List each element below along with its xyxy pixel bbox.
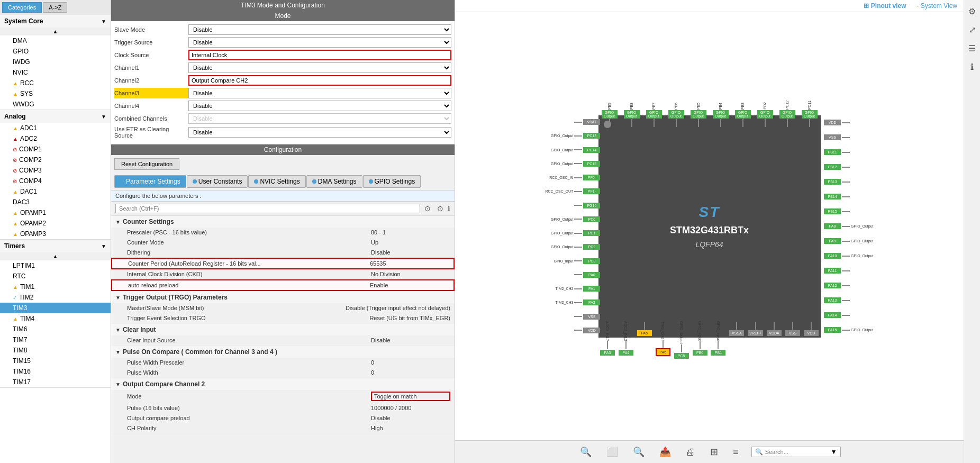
mode-select-etr[interactable]: Disable xyxy=(188,127,451,138)
scroll-up-btn[interactable]: ▲ xyxy=(0,28,111,35)
sidebar-item-nvic[interactable]: NVIC xyxy=(0,67,111,78)
settings-icon[interactable]: ⚙ xyxy=(966,4,978,19)
tab-label: Parameter Settings xyxy=(126,178,180,185)
expand-icon[interactable]: ⤢ xyxy=(967,23,978,37)
sidebar-item-tim16[interactable]: TIM16 xyxy=(0,366,111,377)
mode-label-slave: Slave Mode xyxy=(114,26,188,33)
sidebar-item-tim6[interactable]: TIM6 xyxy=(0,324,111,334)
grid-button[interactable]: ⊞ xyxy=(708,444,720,460)
tab-gpio-settings[interactable]: GPIO Settings xyxy=(363,175,421,188)
info-side-icon[interactable]: ℹ xyxy=(968,60,976,74)
sidebar-item-dac1[interactable]: ▲DAC1 xyxy=(0,186,111,197)
tab-parameter-settings[interactable]: Parameter Settings xyxy=(114,175,186,188)
sidebar-item-comp1[interactable]: ⊘COMP1 xyxy=(0,144,111,155)
sidebar-item-opamp3[interactable]: ▲OPAMP3 xyxy=(0,229,111,239)
clock-source-input[interactable] xyxy=(188,50,451,60)
pin-box: VSS xyxy=(583,314,600,320)
layers-icon[interactable]: ☰ xyxy=(966,41,978,56)
pulse-label: Pulse On Compare ( Common for Channel 3 … xyxy=(123,348,277,356)
sidebar-item-rtc[interactable]: RTC xyxy=(0,271,111,282)
sidebar-item-dma[interactable]: DMA xyxy=(0,35,111,46)
sidebar-item-tim15[interactable]: TIM15 xyxy=(0,356,111,366)
pin-line xyxy=(574,247,582,248)
section-analog-header[interactable]: Analog ▼ xyxy=(0,110,111,123)
zoom-in-button[interactable]: 🔍 xyxy=(578,444,594,460)
pin-pb9: GPIOOutputPB9 xyxy=(602,101,618,128)
sidebar-item-tim3[interactable]: TIM3 xyxy=(0,303,111,313)
tab-nvic-settings[interactable]: NVIC Settings xyxy=(248,175,305,188)
sidebar-item-tim17[interactable]: TIM17 xyxy=(0,377,111,387)
oc2-header[interactable]: ▼ Output Compare Channel 2 xyxy=(111,378,455,390)
mode-select-trigger[interactable]: Disable xyxy=(188,37,451,48)
search-prev-icon[interactable]: ⊙ xyxy=(422,204,433,213)
sidebar-item-opamp2[interactable]: ▲OPAMP2 xyxy=(0,218,111,229)
sidebar-item-tim8[interactable]: TIM8 xyxy=(0,345,111,356)
timers-scroll-up[interactable]: ▲ xyxy=(0,252,111,260)
sidebar-item-comp4[interactable]: ⊘COMP4 xyxy=(0,176,111,186)
sidebar-item-tim2[interactable]: ✓TIM2 xyxy=(0,292,111,303)
sidebar-item-tim4[interactable]: ▲TIM4 xyxy=(0,313,111,324)
mode-select-ch3[interactable]: Disable xyxy=(188,88,451,98)
sidebar-item-iwdg[interactable]: IWDG xyxy=(0,57,111,67)
counter-settings-header[interactable]: ▼ Counter Settings xyxy=(111,216,455,228)
pinout-search-input[interactable] xyxy=(765,449,829,455)
sidebar-item-comp3[interactable]: ⊘COMP3 xyxy=(0,165,111,176)
sidebar-item-adc2[interactable]: ▲ADC2 xyxy=(0,133,111,144)
trgo-header[interactable]: ▼ Trigger Output (TRGO) Parameters xyxy=(111,292,455,303)
tab-atoz[interactable]: A->Z xyxy=(43,2,67,13)
sidebar-item-wwdg[interactable]: WWDG xyxy=(0,99,111,110)
dropdown-icon[interactable]: ▼ xyxy=(831,448,837,456)
mode-select-ch1[interactable]: Disable xyxy=(188,62,451,73)
section-timers-header[interactable]: Timers ▼ xyxy=(0,240,111,252)
ch2-input[interactable] xyxy=(188,75,451,86)
sidebar-item-sys[interactable]: ▲SYS xyxy=(0,88,111,99)
section-system-core-header[interactable]: System Core ▼ xyxy=(0,15,111,28)
sidebar-item-tim7[interactable]: TIM7 xyxy=(0,334,111,345)
fit-view-button[interactable]: ⬜ xyxy=(604,444,620,460)
param-name: Dithering xyxy=(127,249,371,256)
pin-label: ADC2_IN13 xyxy=(624,321,628,341)
pin-line xyxy=(574,316,582,317)
export-button[interactable]: 📤 xyxy=(657,444,673,460)
search-next-icon[interactable]: ⊙ xyxy=(435,204,446,213)
system-view-btn[interactable]: - System View xyxy=(917,2,957,10)
sidebar-item-tim1[interactable]: ▲TIM1 xyxy=(0,282,111,292)
mode-select-slave[interactable]: Disable xyxy=(188,24,451,35)
param-name: CH Polarity xyxy=(127,425,371,431)
sidebar-item-lptim1[interactable]: LPTIM1 xyxy=(0,260,111,271)
mode-select-ch4[interactable]: Disable xyxy=(188,101,451,111)
pin-pb3: GPIOOutputPB3 xyxy=(735,101,751,128)
pulse-header[interactable]: ▼ Pulse On Compare ( Common for Channel … xyxy=(111,346,455,358)
tab-dma-settings[interactable]: DMA Settings xyxy=(306,175,362,188)
pin-line xyxy=(574,288,582,289)
chevron-down-icon: ▼ xyxy=(101,243,106,249)
reset-config-button[interactable]: Reset Configuration xyxy=(114,158,179,170)
print-button[interactable]: 🖨 xyxy=(684,444,697,460)
chip-logo: ST xyxy=(699,204,720,221)
search-icon: 🔍 xyxy=(755,448,763,456)
pin-pc15: GPIO_Output PC15 xyxy=(551,161,600,167)
pin-box: PB11 xyxy=(824,149,841,155)
sidebar-item-adc1[interactable]: ▲ADC1 xyxy=(0,123,111,133)
pin-line xyxy=(574,135,582,137)
search-input[interactable] xyxy=(115,204,420,213)
layout-button[interactable]: ≡ xyxy=(731,444,741,460)
info-icon: ℹ xyxy=(448,205,450,212)
param-tree: ▼ Counter Settings Prescaler (PSC - 16 b… xyxy=(111,216,455,434)
zoom-out-button[interactable]: 🔍 xyxy=(631,444,647,460)
side-icon-bar: ⚙ ⤢ ☰ ℹ xyxy=(964,0,980,463)
tab-user-constants[interactable]: User Constants xyxy=(187,175,248,188)
sidebar-item-comp2[interactable]: ⊘COMP2 xyxy=(0,155,111,165)
pinout-view-btn[interactable]: ⊞ Pinout view xyxy=(864,2,906,10)
clear-input-header[interactable]: ▼ Clear Input xyxy=(111,324,455,335)
sidebar-item-dac3[interactable]: DAC3 xyxy=(0,197,111,207)
pin-line xyxy=(765,119,766,127)
tab-categories[interactable]: Categories xyxy=(2,2,42,13)
sidebar-item-gpio[interactable]: GPIO xyxy=(0,46,111,57)
sidebar-item-rcc[interactable]: ▲RCC xyxy=(0,78,111,88)
sidebar-item-opamp1[interactable]: ▲OPAMP1 xyxy=(0,207,111,218)
pin-pa2: TIM2_CH3 PA2 xyxy=(556,299,601,305)
pin-box: PB14 xyxy=(824,194,841,199)
param-value: High xyxy=(371,425,450,431)
param-value: 0 xyxy=(371,369,450,376)
